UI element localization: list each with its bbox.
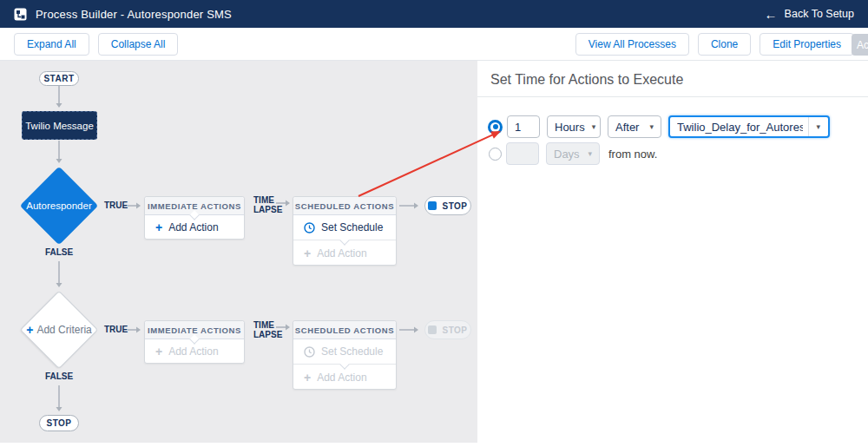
process-builder-icon <box>14 8 27 21</box>
trigger-node[interactable]: Twilio Message <box>22 111 97 140</box>
criteria-node-add-criteria[interactable]: + Add Criteria <box>20 291 98 369</box>
schedule-controls: Hours ▾ After ▾ Twilio_Delay_for_Autores… <box>477 97 868 165</box>
page-title: Process Builder - Autoresponder SMS <box>36 8 232 21</box>
false-label-2: FALSE <box>35 371 83 381</box>
plus-icon: + <box>26 324 33 336</box>
clone-button[interactable]: Clone <box>698 33 751 56</box>
immediate-actions-header-1: IMMEDIATE ACTIONS <box>145 197 244 215</box>
before-after-select[interactable]: After ▾ <box>608 115 661 138</box>
scheduled-actions-box-1: SCHEDULED ACTIONS Set Schedule + Add Act… <box>293 196 397 266</box>
time-lapse-label-2: TIME LAPSE <box>253 320 282 339</box>
true-label-2: TRUE <box>104 325 128 334</box>
set-schedule-button-2[interactable]: Set Schedule <box>293 339 396 365</box>
schedule-row-relative: Hours ▾ After ▾ Twilio_Delay_for_Autores… <box>488 115 868 138</box>
chevron-down-icon: ▾ <box>649 122 654 131</box>
time-unit-select[interactable]: Hours ▾ <box>547 115 601 138</box>
clock-icon <box>304 346 315 358</box>
collapse-all-button[interactable]: Collapse All <box>98 33 179 56</box>
chevron-down-icon: ▾ <box>816 122 820 131</box>
select-divider <box>808 117 809 136</box>
true-label-1: TRUE <box>104 200 128 210</box>
plus-icon: + <box>155 345 162 358</box>
scheduled-actions-header-1: SCHEDULED ACTIONS <box>293 197 396 215</box>
expand-all-button[interactable]: Expand All <box>14 33 89 56</box>
view-all-processes-button[interactable]: View All Processes <box>575 33 689 56</box>
from-now-unit-select[interactable]: Days ▾ <box>546 142 600 165</box>
from-now-value-input[interactable] <box>506 142 539 165</box>
immediate-actions-box-2: IMMEDIATE ACTIONS + Add Action <box>144 320 245 364</box>
set-schedule-button-1[interactable]: Set Schedule <box>293 215 396 240</box>
relative-time-radio[interactable] <box>488 120 503 135</box>
false-label-1: FALSE <box>35 247 83 257</box>
panel-title: Set Time for Actions to Execute <box>477 61 868 97</box>
clock-icon <box>304 222 315 233</box>
reference-field-select[interactable]: Twilio_Delay_for_Autoresponde ▾ <box>668 115 830 138</box>
back-arrow-icon: ← <box>765 8 778 21</box>
stop-node-3: STOP <box>39 415 79 431</box>
plus-icon: + <box>304 371 311 384</box>
criteria-label: Autoresponder <box>20 167 98 245</box>
criteria-node-autoresponder[interactable]: Autoresponder <box>20 167 98 245</box>
stop-square-icon <box>428 201 437 210</box>
stop-node-1: STOP <box>424 196 471 215</box>
schedule-panel: Set Time for Actions to Execute Hours ▾ … <box>477 61 868 443</box>
schedule-row-from-now: Days ▾ from now. <box>488 142 868 165</box>
chevron-down-icon: ▾ <box>592 122 596 131</box>
time-value-input[interactable] <box>507 115 540 138</box>
back-to-setup-label: Back To Setup <box>785 8 854 20</box>
from-now-radio[interactable] <box>489 148 502 161</box>
plus-icon: + <box>155 221 162 233</box>
navbar: Process Builder - Autoresponder SMS ← Ba… <box>0 0 868 28</box>
immediate-actions-header-2: IMMEDIATE ACTIONS <box>145 321 244 339</box>
chevron-down-icon: ▾ <box>588 149 592 158</box>
start-node: START <box>39 71 79 86</box>
main-area: START Twilio Message Autoresponder TRUE … <box>0 61 868 443</box>
activate-button[interactable]: Ac <box>852 34 868 56</box>
scheduled-actions-box-2: SCHEDULED ACTIONS Set Schedule + Add Act… <box>293 320 397 390</box>
toolbar: Expand All Collapse All View All Process… <box>0 28 868 61</box>
time-lapse-label-1: TIME LAPSE <box>253 195 282 214</box>
immediate-actions-box-1: IMMEDIATE ACTIONS + Add Action <box>144 196 245 240</box>
process-canvas[interactable]: START Twilio Message Autoresponder TRUE … <box>0 61 477 443</box>
from-now-label: from now. <box>608 148 657 161</box>
scheduled-actions-header-2: SCHEDULED ACTIONS <box>293 321 396 339</box>
plus-icon: + <box>304 247 311 260</box>
edit-properties-button[interactable]: Edit Properties <box>760 33 854 56</box>
stop-square-icon <box>428 325 437 334</box>
back-to-setup-link[interactable]: ← Back To Setup <box>765 8 854 21</box>
stop-node-2: STOP <box>424 320 471 339</box>
